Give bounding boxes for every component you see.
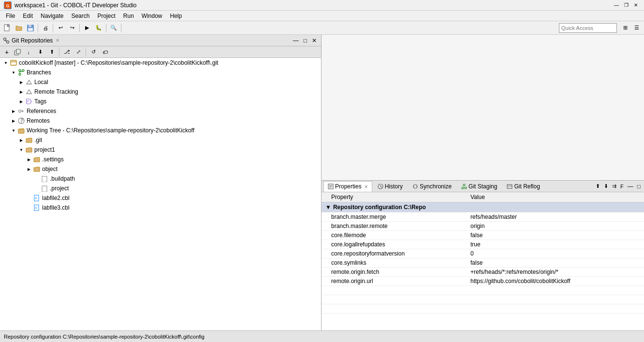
prop-key-branch-master-remote: branch.master.remote [322, 222, 467, 231]
prop-row-core-repositoryformatversion[interactable]: core.repositoryformatversion 0 [322, 249, 644, 258]
prop-empty-val-3 [467, 304, 644, 314]
tree-root-repo[interactable]: cobolitKickoff [master] - C:\Repositorie… [0, 58, 321, 68]
tree-working-tree[interactable]: Working Tree - C:\Repositories\sample-re… [0, 126, 321, 135]
tree-toggle-repo[interactable] [2, 58, 10, 68]
git-push-btn[interactable]: ⬆ [46, 47, 57, 57]
tab-git-reflog[interactable]: Git Reflog [502, 181, 544, 192]
prop-panel-maximize[interactable]: □ [636, 183, 642, 190]
git-fetch-btn[interactable]: ↓ [23, 47, 34, 57]
quick-access-input[interactable] [559, 23, 617, 33]
toolbar-undo-button[interactable]: ↩ [55, 23, 66, 33]
tree-toggle-object[interactable] [25, 164, 33, 174]
tree-project1[interactable]: project1 [0, 145, 321, 155]
tree-branches[interactable]: Branches [0, 68, 321, 77]
toolbar-run-button[interactable]: ▶ [82, 23, 92, 33]
prop-row-branch-master-merge[interactable]: branch.master.merge refs/heads/master [322, 213, 644, 222]
tree-labfile2[interactable]: C labfile2.cbl [0, 193, 321, 203]
tree-toggle-remote-tracking[interactable] [17, 87, 25, 97]
local-label: Local [34, 79, 48, 86]
menu-help[interactable]: Help [166, 11, 186, 21]
tree-labfile3[interactable]: C labfile3.cbl [0, 203, 321, 213]
menu-edit[interactable]: Edit [19, 11, 37, 21]
tree-project-file[interactable]: .project [0, 184, 321, 193]
toolbar-redo-button[interactable]: ↪ [67, 23, 77, 33]
menu-run[interactable]: Run [119, 11, 138, 21]
tree-git-folder[interactable]: .git [0, 135, 321, 145]
menu-window[interactable]: Window [138, 11, 166, 21]
tree-toggle-local[interactable] [17, 77, 25, 87]
git-repo-close-btn[interactable]: ✕ [310, 37, 318, 44]
prop-section-row[interactable]: ▼Repository configuration C:\Repo [322, 202, 644, 213]
tree-tags[interactable]: Tags [0, 97, 321, 106]
tree-settings[interactable]: .settings [0, 155, 321, 164]
tree-remote-tracking[interactable]: Remote Tracking [0, 87, 321, 97]
prop-row-remote-origin-url[interactable]: remote.origin.url https://github.com/cob… [322, 277, 644, 286]
minimize-button[interactable]: — [612, 1, 621, 10]
prop-panel-btn-1[interactable]: ⬆ [594, 183, 601, 190]
toolbar-sep-3 [79, 24, 80, 32]
close-button[interactable]: ✕ [631, 1, 640, 10]
workspace: Git Repositories ✕ — □ ✕ + ↓ ⬇ ⬆ ⎇ ⤢ ↺ 🏷 [0, 35, 644, 330]
prop-row-remote-origin-fetch[interactable]: remote.origin.fetch +refs/heads/*:refs/r… [322, 268, 644, 277]
tab-properties[interactable]: Properties ✕ [323, 181, 372, 192]
toolbar-new-button[interactable] [2, 23, 13, 33]
git-repo-panel-icon [3, 37, 10, 44]
git-merge-btn[interactable]: ⤢ [73, 47, 84, 57]
tree-remotes[interactable]: Remotes [0, 116, 321, 126]
toolbar-save-button[interactable] [25, 23, 36, 33]
tree-toggle-working-tree[interactable] [10, 126, 17, 135]
tree-buildpath[interactable]: .buildpath [0, 174, 321, 184]
svg-rect-43 [507, 185, 512, 188]
tags-label: Tags [34, 98, 46, 105]
git-tag-btn[interactable]: 🏷 [100, 47, 110, 57]
settings-label: .settings [42, 156, 64, 163]
tree-local[interactable]: Local [0, 77, 321, 87]
tab-properties-close[interactable]: ✕ [364, 184, 368, 189]
tree-toggle-project1[interactable] [17, 145, 25, 155]
prop-panel-btn-2[interactable]: ⬇ [602, 183, 610, 190]
tree-references[interactable]: References [0, 106, 321, 116]
toolbar-perspective-btn[interactable]: ⊞ [620, 23, 630, 33]
prop-panel-filter-btn[interactable]: F [619, 183, 625, 190]
menu-search[interactable]: Search [67, 11, 93, 21]
tab-synchronize[interactable]: Synchronize [408, 181, 456, 192]
git-branch-btn[interactable]: ⎇ [61, 47, 72, 57]
toolbar-btn-print[interactable]: 🖨 [40, 23, 51, 33]
properties-tab-icon [328, 184, 334, 189]
restore-button[interactable]: ❐ [622, 1, 630, 10]
menu-project[interactable]: Project [93, 11, 119, 21]
tab-git-reflog-label: Git Reflog [514, 183, 540, 190]
prop-row-branch-master-remote[interactable]: branch.master.remote origin [322, 222, 644, 231]
git-repo-maximize-btn[interactable]: □ [302, 37, 308, 44]
git-reset-btn[interactable]: ↺ [88, 47, 99, 57]
git-repo-minimize-btn[interactable]: — [292, 37, 300, 44]
prop-row-core-logallrefupdates[interactable]: core.logallrefupdates true [322, 240, 644, 249]
menu-navigate[interactable]: Navigate [37, 11, 67, 21]
object-label: object [42, 166, 58, 172]
tree-toggle-references[interactable] [10, 106, 17, 116]
tree-toggle-git-folder[interactable] [17, 135, 25, 145]
git-pull-btn[interactable]: ⬇ [35, 47, 45, 57]
git-add-repo-btn[interactable]: + [2, 47, 12, 57]
toolbar-open-button[interactable] [14, 23, 24, 33]
toolbar-debug-button[interactable]: 🐛 [93, 23, 104, 33]
toolbar-search-button[interactable]: 🔍 [108, 23, 119, 33]
tab-history[interactable]: History [373, 181, 407, 192]
prop-row-core-symlinks[interactable]: core.symlinks false [322, 258, 644, 268]
tree-object[interactable]: object [0, 164, 321, 174]
toolbar-view-menu-btn[interactable]: ☰ [631, 23, 642, 33]
prop-row-empty-3 [322, 304, 644, 314]
tree-toggle-remotes[interactable] [10, 116, 17, 126]
prop-panel-minimize[interactable]: — [626, 183, 635, 190]
prop-row-core-filemode[interactable]: core.filemode false [322, 231, 644, 240]
menu-file[interactable]: File [2, 11, 19, 21]
tree-toggle-tags[interactable] [17, 97, 25, 106]
tree-toggle-settings[interactable] [25, 155, 33, 164]
prop-col-property: Property [322, 192, 467, 202]
tab-git-staging[interactable]: Git Staging [457, 181, 501, 192]
tree-toggle-branches[interactable] [10, 68, 17, 77]
title-bar: G workspace1 - Git - COBOL-IT Developer … [0, 0, 644, 11]
git-clone-btn[interactable] [13, 47, 22, 57]
object-folder-icon [33, 165, 41, 173]
prop-panel-btn-3[interactable]: ⇉ [611, 183, 618, 190]
